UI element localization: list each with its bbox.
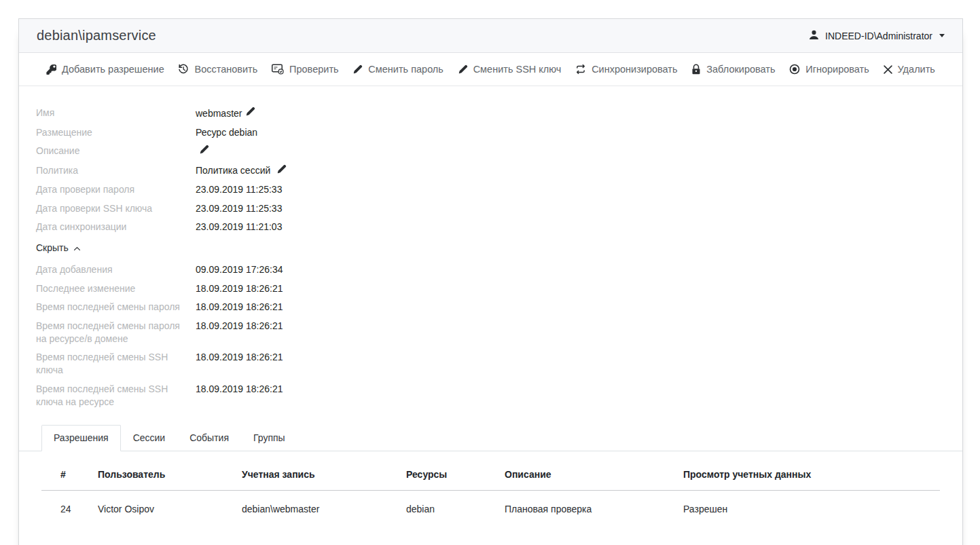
cell-credentials-view: Разрешен <box>678 490 940 529</box>
tab-permissions[interactable]: Разрешения <box>41 425 121 451</box>
tab-sessions[interactable]: Сессии <box>121 425 178 451</box>
field-value-text: 18.09.2019 18:26:21 <box>196 351 283 364</box>
field-last-ssh-key-change: Время последней смены SSH ключа 18.09.20… <box>36 351 962 377</box>
lock-icon <box>691 64 701 75</box>
field-policy: Политика Политика сессий <box>36 164 962 178</box>
field-name: Имя webmaster <box>36 107 962 120</box>
field-description: Описание <box>36 145 962 158</box>
field-value: 18.09.2019 18:26:21 <box>196 320 283 333</box>
field-date-added: Дата добавления 09.09.2019 17:26:34 <box>36 263 962 276</box>
toolbar-label: Проверить <box>289 64 339 75</box>
field-value-text: webmaster <box>196 107 242 120</box>
key-icon <box>46 64 56 75</box>
user-menu[interactable]: INDEED-ID\Administrator <box>808 29 945 43</box>
permissions-table: # Пользователь Учетная запись Ресурсы Оп… <box>41 461 940 529</box>
field-value-text: 23.09.2019 11:25:33 <box>196 202 282 215</box>
field-label: Размещение <box>36 126 182 139</box>
field-value-text: Политика сессий <box>196 164 270 177</box>
field-value-text: 23.09.2019 11:25:33 <box>196 183 282 196</box>
user-name: INDEED-ID\Administrator <box>825 31 932 41</box>
ignore-icon <box>789 64 800 75</box>
account-details-card: debian\ipamservice INDEED-ID\Administrat… <box>18 18 963 545</box>
field-password-check-date: Дата проверки пароля 23.09.2019 11:25:33 <box>36 183 962 196</box>
sync-icon <box>575 64 586 75</box>
restore-icon <box>178 64 189 75</box>
field-value-text: 09.09.2019 17:26:34 <box>196 263 283 276</box>
page: debian\ipamservice INDEED-ID\Administrat… <box>0 0 980 545</box>
field-label: Дата синхронизации <box>36 221 182 233</box>
field-value: 23.09.2019 11:25:33 <box>196 202 282 215</box>
permissions-table-wrap: # Пользователь Учетная запись Ресурсы Оп… <box>19 451 962 545</box>
field-value: 09.09.2019 17:26:34 <box>196 263 283 276</box>
edit-pencil-icon[interactable] <box>245 107 255 120</box>
field-label: Дата добавления <box>36 263 182 276</box>
edit-pencil-icon[interactable] <box>276 164 287 178</box>
field-value: webmaster <box>196 107 255 120</box>
toolbar-label: Добавить разрешение <box>62 64 164 75</box>
details-section: Имя webmaster Размещение Ресурс debian О… <box>19 86 962 409</box>
field-label: Время последней смены SSH ключа на ресур… <box>36 383 182 409</box>
pencil-icon <box>352 64 363 75</box>
cell-resources: debian <box>401 490 499 529</box>
page-title: debian\ipamservice <box>37 28 156 43</box>
add-permission-button[interactable]: Добавить разрешение <box>46 64 164 75</box>
table-header-row: # Пользователь Учетная запись Ресурсы Оп… <box>41 461 940 491</box>
toolbar-label: Сменить SSH ключ <box>473 64 562 75</box>
col-credentials-view: Просмотр учетных данных <box>678 461 940 491</box>
field-value-text: 18.09.2019 18:26:21 <box>196 301 283 314</box>
edit-pencil-icon[interactable] <box>199 145 209 158</box>
delete-icon <box>884 65 892 74</box>
field-value-text: 18.09.2019 18:26:21 <box>196 320 283 333</box>
col-description: Описание <box>499 461 678 491</box>
field-value-text: 18.09.2019 18:26:21 <box>196 383 283 396</box>
table-row[interactable]: 24 Victor Osipov debian\webmaster debian… <box>41 490 940 529</box>
col-number: # <box>41 461 92 491</box>
field-value: Ресурс debian <box>196 126 257 139</box>
restore-button[interactable]: Восстановить <box>178 64 257 75</box>
verify-button[interactable]: Проверить <box>272 64 339 75</box>
cell-user: Victor Osipov <box>92 490 236 529</box>
field-label: Время последней смены SSH ключа <box>36 351 182 377</box>
col-account: Учетная запись <box>236 461 401 491</box>
col-user: Пользователь <box>92 461 236 491</box>
field-value: Политика сессий <box>196 164 287 178</box>
cell-number: 24 <box>41 490 92 529</box>
toolbar-label: Удалить <box>898 64 935 75</box>
tab-groups[interactable]: Группы <box>241 425 297 451</box>
field-value: 23.09.2019 11:21:03 <box>196 221 282 233</box>
field-value: 18.09.2019 18:26:21 <box>196 383 283 396</box>
tab-bar: Разрешения Сессии События Группы <box>19 425 962 451</box>
cell-description: Плановая проверка <box>499 490 678 529</box>
field-label: Время последней смены пароля <box>36 301 182 314</box>
delete-button[interactable]: Удалить <box>884 64 935 75</box>
field-last-password-change: Время последней смены пароля 18.09.2019 … <box>36 301 962 314</box>
chevron-down-icon <box>939 34 945 37</box>
field-value: 18.09.2019 18:26:21 <box>196 282 283 295</box>
field-value-text: 23.09.2019 11:21:03 <box>196 221 282 233</box>
hide-details-toggle[interactable]: Скрыть <box>36 242 81 253</box>
change-password-button[interactable]: Сменить пароль <box>352 64 443 75</box>
field-value <box>196 145 209 158</box>
ignore-button[interactable]: Игнорировать <box>789 64 869 75</box>
change-ssh-key-button[interactable]: Сменить SSH ключ <box>458 64 562 75</box>
synchronize-button[interactable]: Синхронизировать <box>575 64 677 75</box>
chevron-up-icon <box>73 242 81 253</box>
col-resources: Ресурсы <box>401 461 499 491</box>
tab-events[interactable]: События <box>177 425 241 451</box>
toolbar-label: Сменить пароль <box>368 64 443 75</box>
field-last-modified: Последнее изменение 18.09.2019 18:26:21 <box>36 282 962 295</box>
hide-toggle-label: Скрыть <box>36 242 69 253</box>
field-value: 23.09.2019 11:25:33 <box>196 183 282 196</box>
field-last-password-change-resource: Время последней смены пароля на ресурсе/… <box>36 320 962 345</box>
lock-button[interactable]: Заблокировать <box>691 64 775 75</box>
field-sync-date: Дата синхронизации 23.09.2019 11:21:03 <box>36 221 962 233</box>
toolbar: Добавить разрешение Восстановить Провери… <box>19 53 962 86</box>
field-value: 18.09.2019 18:26:21 <box>196 301 283 314</box>
field-label: Имя <box>36 107 182 119</box>
user-icon <box>808 29 820 43</box>
field-label: Время последней смены пароля на ресурсе/… <box>36 320 182 345</box>
pencil-icon <box>458 64 468 75</box>
field-value-text: Ресурс debian <box>196 126 257 139</box>
field-ssh-check-date: Дата проверки SSH ключа 23.09.2019 11:25… <box>36 202 962 215</box>
field-label: Последнее изменение <box>36 282 182 295</box>
